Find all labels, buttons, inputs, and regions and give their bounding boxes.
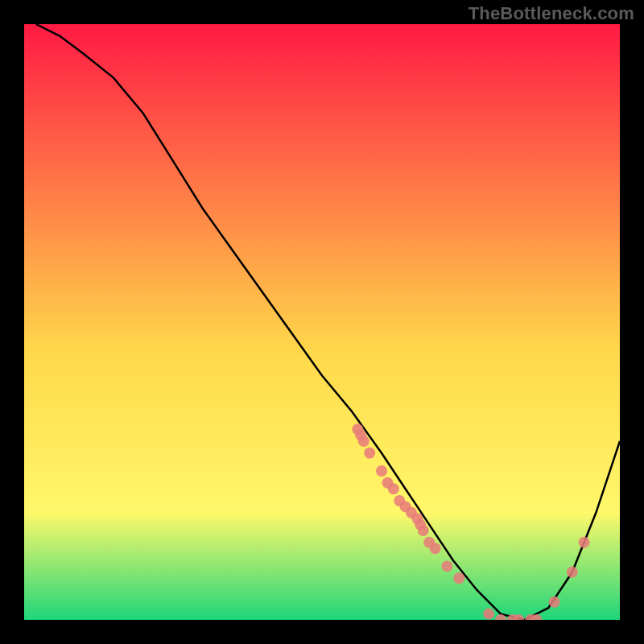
data-marker	[567, 567, 578, 578]
data-marker	[453, 572, 464, 584]
chart-svg	[24, 24, 620, 620]
data-marker	[388, 483, 399, 494]
data-marker	[364, 448, 375, 459]
data-marker	[441, 560, 452, 572]
data-marker	[483, 609, 494, 620]
data-marker	[358, 436, 369, 447]
watermark-text: TheBottleneck.com	[469, 3, 634, 24]
data-marker	[418, 525, 429, 536]
data-marker	[430, 543, 441, 554]
chart-frame: TheBottleneck.com	[0, 0, 644, 644]
data-marker	[376, 465, 387, 477]
gradient-background	[24, 24, 620, 620]
plot-area	[24, 24, 620, 620]
data-marker	[549, 597, 560, 608]
data-marker	[579, 537, 590, 548]
